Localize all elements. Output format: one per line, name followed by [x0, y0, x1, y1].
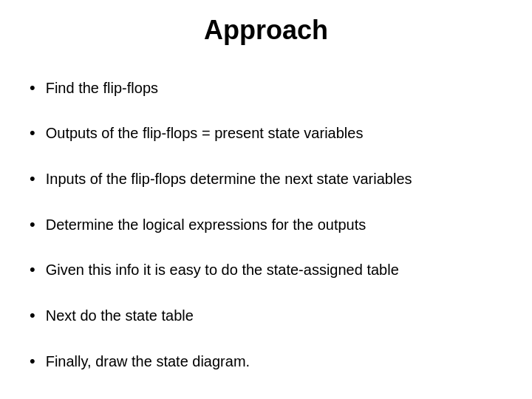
bullet-list: • Find the flip-flops • Outputs of the f…	[30, 65, 502, 384]
bullet-text-4: Determine the logical expressions for th…	[46, 214, 502, 235]
bullet-item-7: • Finally, draw the state diagram.	[30, 348, 502, 375]
bullet-text-6: Next do the state table	[46, 305, 502, 326]
bullet-text-7: Finally, draw the state diagram.	[46, 351, 502, 372]
bullet-dot-1: •	[30, 78, 35, 99]
bullet-text-3: Inputs of the flip-flops determine the n…	[46, 168, 502, 189]
bullet-item-5: • Given this info it is easy to do the s…	[30, 256, 502, 284]
bullet-dot-6: •	[30, 305, 35, 327]
bullet-item-3: • Inputs of the flip-flops determine the…	[30, 166, 502, 193]
bullet-dot-7: •	[30, 351, 35, 372]
bullet-text-1: Find the flip-flops	[46, 78, 502, 98]
bullet-item-2: • Outputs of the flip-flops = present st…	[30, 120, 502, 147]
bullet-dot-4: •	[30, 214, 35, 236]
slide-container: Approach • Find the flip-flops • Outputs…	[0, 0, 532, 399]
bullet-dot-3: •	[30, 168, 35, 190]
bullet-item-6: • Next do the state table	[30, 302, 502, 330]
bullet-text-5: Given this info it is easy to do the sta…	[46, 259, 502, 280]
bullet-item-4: • Determine the logical expressions for …	[30, 211, 502, 239]
bullet-text-2: Outputs of the flip-flops = present stat…	[46, 123, 502, 143]
bullet-item-1: • Find the flip-flops	[30, 75, 502, 102]
slide-title: Approach	[30, 15, 502, 52]
bullet-dot-5: •	[30, 259, 35, 281]
bullet-dot-2: •	[30, 123, 35, 144]
